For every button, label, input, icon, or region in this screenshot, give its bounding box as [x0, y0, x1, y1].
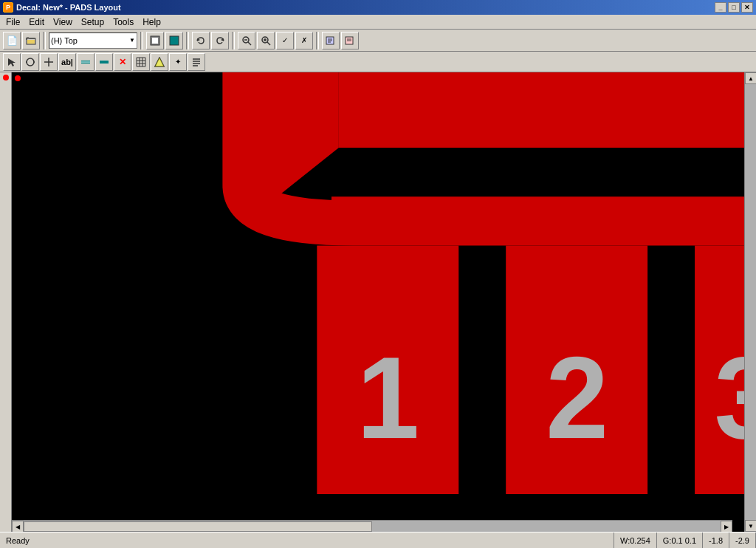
svg-text:1: 1	[357, 332, 419, 463]
component-icon	[24, 56, 36, 68]
status-w-text: W:0.254	[620, 536, 650, 545]
tb2-grid[interactable]	[132, 53, 150, 71]
zoom-out-icon	[241, 35, 252, 47]
layer-dropdown[interactable]: (H) Top ▼	[49, 32, 137, 49]
svg-marker-39	[155, 58, 164, 66]
pcb-canvas: 1 2 3	[12, 72, 744, 532]
menu-bar: File Edit View Setup Tools Help	[0, 15, 756, 30]
tb2-cursor[interactable]	[40, 53, 58, 71]
scroll-track[interactable]	[24, 521, 721, 532]
dropdown-arrow-icon: ▼	[129, 37, 135, 44]
tb-export1[interactable]	[322, 32, 340, 49]
tb2-text[interactable]: ab|	[58, 53, 76, 71]
tb-undo[interactable]	[192, 32, 210, 49]
scroll-track-vertical[interactable]	[745, 84, 756, 520]
new-icon: 📄	[6, 35, 18, 47]
status-ready-text: Ready	[6, 536, 30, 545]
svg-text:2: 2	[546, 332, 608, 463]
svg-line-11	[267, 42, 270, 45]
title-bar: P Decal: New* - PADS Layout _ □ ✕	[0, 0, 756, 15]
tb-tick[interactable]: ✓	[276, 32, 294, 49]
minimize-button[interactable]: _	[715, 2, 726, 13]
maximize-button[interactable]: □	[728, 2, 740, 13]
svg-point-22	[27, 58, 34, 66]
menu-file[interactable]: File	[1, 16, 24, 29]
line1-icon	[80, 56, 92, 68]
tb2-line1[interactable]	[77, 53, 94, 71]
list-icon	[190, 56, 202, 68]
status-g-segment: G:0.1 0.1	[657, 532, 703, 548]
scroll-up-button[interactable]: ▲	[745, 72, 756, 84]
status-bar: Ready W:0.254 G:0.1 0.1 -1.8 -2.9	[0, 532, 756, 548]
toolbar-separator-3	[186, 32, 189, 49]
tb2-line2[interactable]	[95, 53, 113, 71]
menu-edit[interactable]: Edit	[24, 16, 49, 29]
svg-rect-45	[339, 72, 744, 148]
svg-rect-4	[170, 36, 179, 45]
status-y-segment: -2.9	[729, 532, 756, 548]
left-panel-indicator	[3, 75, 9, 81]
status-x-segment: -1.8	[703, 532, 729, 548]
redo-icon	[214, 35, 226, 47]
tb2-highlight[interactable]	[151, 53, 168, 71]
new-button[interactable]: 📄	[3, 32, 21, 49]
tb2-select[interactable]	[3, 53, 21, 71]
export2-icon	[344, 35, 356, 47]
tb-btn-1[interactable]	[146, 32, 164, 49]
line2-icon	[98, 56, 110, 68]
status-y-text: -2.9	[735, 536, 749, 545]
menu-help[interactable]: Help	[138, 16, 165, 29]
toolbar-separator-5	[316, 32, 319, 49]
export1-icon	[325, 35, 337, 47]
toolbar-separator-2	[140, 32, 143, 49]
title-bar-left: P Decal: New* - PADS Layout	[3, 2, 121, 13]
svg-line-8	[248, 42, 251, 45]
tb2-cross-red[interactable]: ✕	[114, 53, 131, 71]
menu-view[interactable]: View	[49, 16, 77, 29]
cursor-icon	[43, 56, 55, 68]
status-x-text: -1.8	[709, 536, 723, 545]
undo-icon	[195, 35, 207, 47]
status-g-text: G:0.1 0.1	[663, 536, 696, 545]
zoom-sel-icon	[260, 35, 272, 47]
tb2-star[interactable]: ✦	[169, 53, 187, 71]
tb-btn-2[interactable]	[165, 32, 183, 49]
horizontal-scrollbar[interactable]: ◀ ▶	[12, 520, 732, 532]
tb-export2[interactable]	[341, 32, 359, 49]
scroll-down-button[interactable]: ▼	[745, 520, 756, 532]
cross-red-icon: ✕	[117, 56, 128, 68]
highlight-icon	[154, 56, 165, 68]
grid-icon	[135, 56, 147, 68]
svg-rect-3	[152, 38, 158, 44]
layer-dropdown-text: (H) Top	[51, 36, 78, 45]
main-area: 1 2 3 ◀ ▶ ▲ ▼	[0, 72, 756, 532]
status-w-segment: W:0.254	[614, 532, 657, 548]
tb2-list[interactable]	[188, 53, 205, 71]
tb-redo[interactable]	[211, 32, 229, 49]
title-bar-buttons[interactable]: _ □ ✕	[715, 2, 753, 13]
svg-text:3: 3	[715, 332, 744, 463]
scroll-right-button[interactable]: ▶	[721, 521, 732, 532]
svg-rect-1	[27, 40, 35, 44]
toolbar-separator-4	[232, 32, 235, 49]
tb-cross[interactable]: ✗	[295, 32, 313, 49]
vertical-scrollbar[interactable]: ▲ ▼	[744, 72, 756, 532]
menu-setup[interactable]: Setup	[77, 16, 109, 29]
confirm-icon: ✓	[279, 35, 291, 47]
close-button[interactable]: ✕	[741, 2, 753, 13]
svg-rect-46	[331, 196, 744, 242]
toolbar2: ab| ✕ ✦	[0, 52, 756, 72]
scroll-thumb[interactable]	[24, 521, 372, 532]
canvas-area[interactable]: 1 2 3 ◀ ▶	[12, 72, 744, 532]
tb-zoom-out[interactable]	[238, 32, 255, 49]
app-icon: P	[3, 2, 13, 13]
scroll-left-button[interactable]: ◀	[12, 521, 24, 532]
left-panel	[0, 72, 12, 532]
tb2-component[interactable]	[21, 53, 39, 71]
text-icon: ab|	[61, 56, 73, 68]
cancel-icon: ✗	[298, 35, 310, 47]
open-button[interactable]	[22, 32, 40, 49]
menu-tools[interactable]: Tools	[109, 16, 138, 29]
select-icon	[6, 56, 18, 68]
tb-zoom-sel[interactable]	[257, 32, 275, 49]
